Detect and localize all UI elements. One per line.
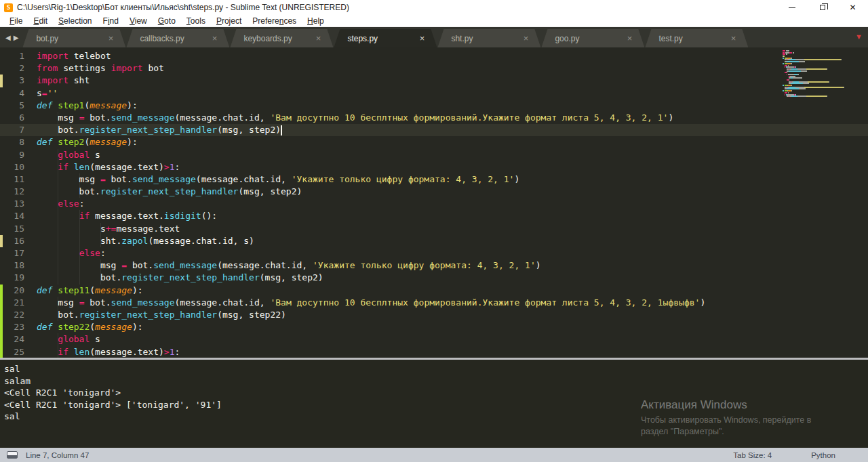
text-cursor [281,125,282,135]
indent-guide [79,173,80,186]
tab-size-indicator[interactable]: Tab Size: 4 [733,451,772,459]
menu-item-view[interactable]: View [124,16,153,26]
indent-guide [79,247,80,259]
line-text: bot.register_next_step_handler(msg, step… [26,309,286,321]
indent-guide [79,186,80,198]
menu-item-file[interactable]: File [4,16,28,26]
line-number: 23 [3,321,26,333]
tab-close-icon[interactable]: × [420,33,437,43]
tab-close-icon[interactable]: × [731,33,749,43]
line-number: 13 [3,198,26,210]
line-number: 18 [3,259,26,272]
line-text: from settings import bot [26,62,164,75]
code-line: 12 bot.register_next_step_handler(msg, s… [0,186,868,198]
minimap-row [783,76,865,77]
code-editor[interactable]: 1import telebot2from settings import bot… [0,47,868,358]
line-text: msg = bot.send_message(message.chat.id, … [26,173,519,186]
tab-label: keyboards.py [230,34,315,43]
code-line: 23def step22(message): [0,321,868,333]
minimap-row [783,77,865,79]
tab-scroll-left-icon[interactable]: ◀ [5,34,11,41]
console-line: salam [4,375,868,387]
tab-overflow-icon[interactable]: ▼ [855,33,863,41]
tab-close-icon[interactable]: × [108,33,126,43]
minimize-button[interactable] [776,0,807,15]
line-number: 19 [3,272,26,284]
tab-steps.py[interactable]: steps.py× [334,29,437,47]
tab-test.py[interactable]: test.py× [645,29,748,47]
minimap-row [783,68,865,70]
menu-bar: FileEditSelectionFindViewGotoToolsProjec… [0,15,868,27]
minimap-row [783,81,865,83]
line-number: 15 [3,223,26,235]
restore-button[interactable] [807,0,837,15]
code-line: 20def step11(message): [0,285,868,297]
indent-guide [58,198,58,210]
tab-close-icon[interactable]: × [524,33,541,43]
tab-goo.py[interactable]: goo.py× [541,29,644,47]
minimap[interactable] [780,49,865,98]
tab-scroll-right-icon[interactable]: ▶ [14,34,19,41]
panel-toggle-icon[interactable] [7,451,18,459]
line-number: 6 [3,112,26,124]
minimap-row [783,61,865,62]
tab-close-icon[interactable]: × [316,33,334,43]
tab-label: steps.py [334,34,419,43]
menu-item-goto[interactable]: Goto [153,16,181,26]
indent-guide [58,272,58,284]
minimap-row [783,63,865,64]
line-text: bot.register_next_step_handler(msg, step… [26,272,323,284]
tab-label: callbacks.py [126,34,212,43]
code-line: 9 global s [0,149,868,161]
line-text: def step11(message): [26,285,143,297]
indent-guide [58,149,58,161]
menu-item-help[interactable]: Help [302,16,330,26]
code-line: 24 global s [0,333,868,345]
tab-close-icon[interactable]: × [627,33,645,43]
indent-guide [58,124,58,136]
line-number: 11 [3,173,26,186]
menu-item-tools[interactable]: Tools [181,16,211,26]
indent-guide [100,272,101,284]
line-text: import telebot [26,50,111,62]
minimap-row [783,65,865,66]
tab-strip: bot.py×callbacks.py×keyboards.py×steps.p… [22,29,749,47]
tab-callbacks.py[interactable]: callbacks.py× [126,29,229,47]
indent-guide [58,346,58,358]
menu-item-project[interactable]: Project [211,16,247,26]
line-number: 25 [3,346,26,358]
indent-guide [79,235,80,247]
status-bar: Line 7, Column 47 Tab Size: 4 Python [0,448,868,462]
minimize-icon [789,7,795,8]
tab-bot.py[interactable]: bot.py× [22,29,125,47]
indent-guide [58,333,58,345]
tab-sht.py[interactable]: sht.py× [437,29,540,47]
indent-guide [58,112,58,124]
line-number: 16 [3,235,26,247]
console-output-panel[interactable]: salsalam<Cell R2C1 'tonigard'><Cell R2C1… [0,360,868,448]
menu-item-selection[interactable]: Selection [53,16,97,26]
line-text: def step1(message): [26,100,138,112]
minimap-row [783,94,865,96]
close-button[interactable]: ✕ [837,0,868,15]
code-line: 6 msg = bot.send_message(message.chat.id… [0,112,868,124]
line-number: 5 [3,100,26,112]
indent-guide [58,259,58,272]
window-title: C:\Users\Rig-1\Desktop\Бот клиенты\Ильяс… [17,3,349,12]
menu-item-preferences[interactable]: Preferences [247,16,302,26]
tab-label: sht.py [437,34,523,43]
indent-guide [58,223,58,235]
line-number: 22 [3,309,26,321]
indent-guide [100,235,101,247]
tab-keyboards.py[interactable]: keyboards.py× [230,29,333,47]
code-line: 10 if len(message.text)>1: [0,161,868,173]
tab-close-icon[interactable]: × [212,33,230,43]
syntax-indicator[interactable]: Python [811,451,835,459]
code-line: 22 bot.register_next_step_handler(msg, s… [0,309,868,321]
menu-item-edit[interactable]: Edit [28,16,53,26]
line-number: 24 [3,333,26,345]
indent-guide [79,272,80,284]
line-number: 1 [3,50,26,62]
indent-guide [58,235,58,247]
menu-item-find[interactable]: Find [98,16,124,26]
